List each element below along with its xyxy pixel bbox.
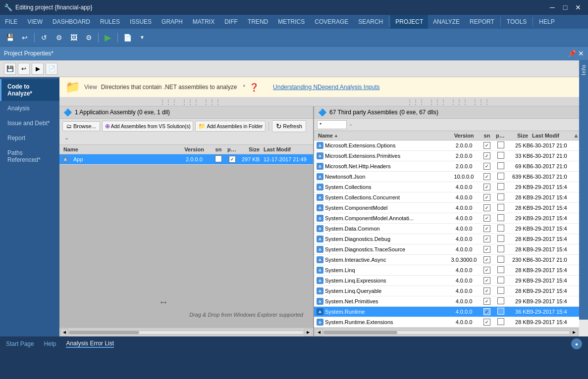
right-filter-star[interactable]: - xyxy=(349,120,353,129)
right-col-handle-1[interactable]: ⋮⋮⋮ xyxy=(407,98,425,105)
close-panel-button[interactable]: ✕ xyxy=(578,49,584,57)
menu-trend[interactable]: TREND xyxy=(243,15,273,29)
right-col-handle-2[interactable]: ⋮⋮⋮ xyxy=(428,98,446,105)
table-row[interactable]: A Newtonsoft.Json 10.0.0.0 639 KB 6-30-2… xyxy=(314,172,579,182)
table-row[interactable]: A System.Linq.Queryable 4.0.0.0 28 KB 9-… xyxy=(314,286,579,296)
left-col-handle-1[interactable]: ⋮⋮⋮ xyxy=(160,98,177,105)
menu-project[interactable]: PROJECT xyxy=(390,15,428,29)
nav-item-paths-referenced[interactable]: Paths Referenced* xyxy=(0,145,59,167)
pp-undo-button[interactable]: ↩ xyxy=(18,63,30,75)
row-size: 29 KB xyxy=(508,298,530,304)
toolbar-image-button[interactable]: 🖼 xyxy=(67,31,81,45)
status-help[interactable]: Help xyxy=(44,340,56,347)
minimize-button[interactable]: ─ xyxy=(546,2,558,12)
nav-item-report[interactable]: Report xyxy=(0,131,59,145)
left-col-handle-2[interactable]: ⋮⋮⋮ xyxy=(181,98,199,105)
menu-view[interactable]: VIEW xyxy=(22,15,48,29)
toolbar-dropdown-button[interactable]: ▼ xyxy=(135,31,149,45)
row-sn xyxy=(480,225,494,232)
row-version: 4.0.0.0 xyxy=(448,246,480,252)
refresh-button[interactable]: ↻ Refresh xyxy=(272,120,306,132)
right-filter-input[interactable] xyxy=(317,120,347,129)
toolbar-play-button[interactable]: ▶ xyxy=(101,31,115,45)
status-start-page[interactable]: Start Page xyxy=(6,340,34,347)
menu-tools[interactable]: TOOLS xyxy=(502,15,532,29)
table-row[interactable]: A System.Diagnostics.TraceSource 4.0.0.0… xyxy=(314,244,579,255)
right-scroll-track[interactable] xyxy=(323,331,570,334)
right-scroll-up-arrow[interactable]: ▲ xyxy=(573,132,579,139)
right-scroll-left[interactable]: ◀ xyxy=(315,329,323,336)
right-scroll-bar[interactable]: ◀ ▶ xyxy=(314,328,579,336)
table-row[interactable]: A System.Interactive.Async 3.0.3000.0 23… xyxy=(314,255,579,265)
row-sn xyxy=(480,184,494,190)
row-version: 4.0.0.0 xyxy=(448,226,480,232)
row-version: 4.0.0.0 xyxy=(448,298,480,304)
table-row[interactable]: A System.Runtime.Extensions 4.0.0.0 28 K… xyxy=(314,317,579,328)
table-row[interactable]: A Microsoft.Extensions.Options 2.0.0.0 2… xyxy=(314,141,579,151)
table-row[interactable]: A System.ComponentModel 4.0.0.0 28 KB 9-… xyxy=(314,203,579,213)
left-scroll-right[interactable]: ▶ xyxy=(304,329,312,336)
menu-report[interactable]: REPORT xyxy=(465,15,499,29)
table-row[interactable]: A App 2.0.0.0 297 KB 12-17-2017 21:49 xyxy=(59,154,313,165)
status-circle-button[interactable]: ● xyxy=(571,338,582,349)
sort-asc-icon[interactable]: ▲ xyxy=(334,133,338,138)
nav-item-code-to-analyze[interactable]: Code to Analyze* xyxy=(0,79,59,101)
nav-item-issue-debt[interactable]: Issue and Debt* xyxy=(0,116,59,131)
nav-item-analysis[interactable]: Analysis xyxy=(0,101,59,116)
table-row[interactable]: A System.Linq 4.0.0.0 28 KB 9-29-2017 15… xyxy=(314,265,579,276)
pp-play-button[interactable]: ▶ xyxy=(32,63,44,75)
right-scroll-right[interactable]: ▶ xyxy=(570,329,578,336)
menu-graph[interactable]: GRAPH xyxy=(157,15,188,29)
browse-button[interactable]: 🗂 Browse... xyxy=(62,121,100,131)
add-folder-button[interactable]: 📁 Add Assemblies in Folder xyxy=(195,121,266,132)
table-row[interactable]: A System.Net.Primitives 4.0.0.0 29 KB 9-… xyxy=(314,296,579,307)
pp-doc-button[interactable]: 📄 xyxy=(46,63,57,75)
left-col-handle-3[interactable]: ⋮⋮⋮ xyxy=(203,98,221,105)
left-options-button[interactable]: - xyxy=(63,134,70,143)
drag-cursor-icon: ↔ xyxy=(159,296,168,308)
table-row[interactable]: A System.Data.Common 4.0.0.0 29 KB 9-29-… xyxy=(314,224,579,234)
row-name: System.Interactive.Async xyxy=(325,257,448,263)
menu-issues[interactable]: ISSUES xyxy=(125,15,157,29)
table-row[interactable]: A System.Diagnostics.Debug 4.0.0.0 28 KB… xyxy=(314,234,579,244)
left-scroll-left[interactable]: ◀ xyxy=(60,329,68,336)
toolbar-doc-button[interactable]: 📄 xyxy=(120,31,134,45)
menu-coverage[interactable]: COVERAGE xyxy=(310,15,353,29)
menu-help[interactable]: HELP xyxy=(534,15,559,29)
left-scroll-track[interactable] xyxy=(68,331,304,334)
help-link[interactable]: Understanding NDepend Analysis Inputs xyxy=(273,84,379,91)
left-col-header-lastmod: Last Modif xyxy=(262,146,311,152)
table-row[interactable]: A System.Linq.Expressions 4.0.0.0 29 KB … xyxy=(314,276,579,286)
table-row[interactable]: A Microsoft.Extensions.Primitives 2.0.0.… xyxy=(314,151,579,161)
toolbar-undo-button[interactable]: ↩ xyxy=(18,31,32,45)
toolbar-settings2-button[interactable]: ⚙ xyxy=(82,31,96,45)
menu-search[interactable]: SEARCH xyxy=(353,15,388,29)
table-row[interactable]: A System.Collections.Concurrent 4.0.0.0 … xyxy=(314,192,579,203)
table-row[interactable]: A System.Runtime 4.0.0.0 36 KB 9-29-2017… xyxy=(314,307,579,317)
row-lastmod: 6-30-2017 21:0 xyxy=(530,257,577,263)
pp-save-button[interactable]: 💾 xyxy=(4,63,16,75)
toolbar-refresh1-button[interactable]: ↺ xyxy=(37,31,51,45)
row-sn xyxy=(480,256,494,263)
right-col-handle-4[interactable]: ⋮⋮⋮ xyxy=(472,98,490,105)
menu-diff[interactable]: DIFF xyxy=(219,15,243,29)
menu-analyze[interactable]: ANALYZE xyxy=(428,15,465,29)
table-row[interactable]: A System.ComponentModel.Annotati... 4.0.… xyxy=(314,213,579,224)
menu-rules[interactable]: RULES xyxy=(95,15,125,29)
right-col-handle-3[interactable]: ⋮⋮⋮ xyxy=(450,98,468,105)
close-button[interactable]: ✕ xyxy=(572,2,584,12)
menu-file[interactable]: FILE xyxy=(0,15,22,29)
pin-button[interactable]: 📌 xyxy=(568,49,576,57)
toolbar-save-button[interactable]: 💾 xyxy=(3,31,17,45)
add-vs-solution-button[interactable]: ⊕ Add Assemblies from VS Solution(s) xyxy=(102,121,194,132)
menu-matrix[interactable]: MATRIX xyxy=(188,15,219,29)
table-row[interactable]: A Microsoft.Net.Http.Headers 2.0.0.0 69 … xyxy=(314,161,579,172)
menu-metrics[interactable]: METRICS xyxy=(273,15,310,29)
left-scroll-bar[interactable]: ◀ ▶ xyxy=(59,328,313,336)
maximize-button[interactable]: □ xyxy=(559,2,571,12)
main-toolbar: 💾 ↩ ↺ ⚙ 🖼 ⚙ ▶ 📄 ▼ xyxy=(0,29,588,47)
status-analysis-error-list[interactable]: Analysis Error List xyxy=(66,340,114,348)
menu-dashboard[interactable]: DASHBOARD xyxy=(48,15,95,29)
toolbar-gear-button[interactable]: ⚙ xyxy=(52,31,66,45)
table-row[interactable]: A System.Collections 4.0.0.0 29 KB 9-29-… xyxy=(314,182,579,192)
